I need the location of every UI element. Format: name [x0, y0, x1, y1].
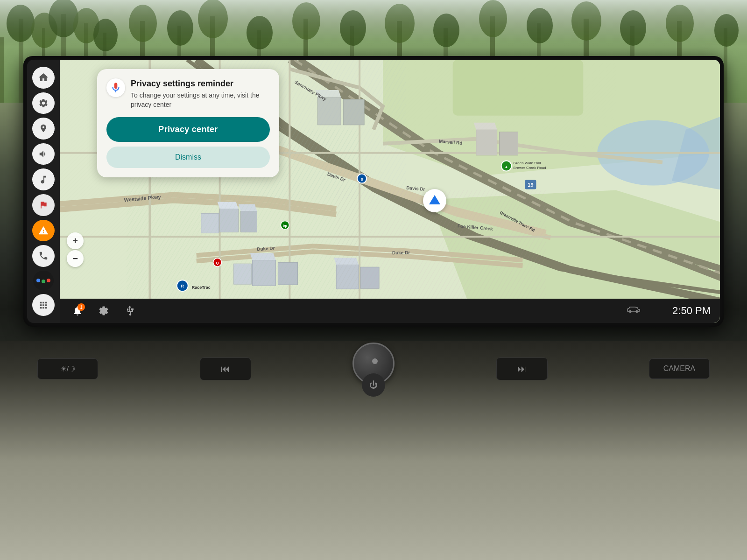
zoom-controls: + − — [67, 232, 84, 267]
notification-icon[interactable]: 1 — [69, 302, 86, 319]
brightness-button[interactable]: ☀/☽ — [37, 358, 98, 379]
svg-text:Duke Dr: Duke Dr — [257, 245, 275, 252]
svg-text:Duke Dr: Duke Dr — [392, 250, 410, 256]
svg-rect-69 — [383, 60, 616, 153]
sidebar-item-warning[interactable] — [32, 220, 55, 242]
sidebar-item-volume[interactable] — [32, 143, 55, 165]
svg-text:RaceTrac: RaceTrac — [192, 285, 211, 290]
bottom-panel: ☀/☽ ⏮ VOL ⏻ ⏭ CAMERA — [0, 341, 747, 560]
power-button[interactable]: ⏻ — [362, 373, 385, 397]
sidebar-item-music[interactable] — [32, 168, 55, 190]
zoom-in-button[interactable]: + — [67, 232, 84, 249]
svg-rect-39 — [0, 0, 747, 47]
svg-text:Q: Q — [216, 261, 219, 265]
map-area[interactable]: Westside Pkwy Davis Dr Davis Dr Duke Dr … — [60, 60, 720, 323]
camera-button[interactable]: CAMERA — [649, 358, 710, 379]
dismiss-button[interactable]: Dismiss — [106, 147, 270, 168]
time-display: 2:50 PM — [672, 305, 711, 317]
privacy-center-button[interactable]: Privacy center — [106, 117, 270, 142]
status-settings-icon[interactable] — [95, 302, 112, 319]
svg-rect-0 — [0, 37, 4, 103]
notification-badge: 1 — [78, 303, 85, 311]
power-section: ⏻ — [362, 373, 385, 397]
dialog-header: Privacy settings reminder To change your… — [106, 78, 270, 110]
status-usb-icon[interactable] — [121, 302, 138, 319]
sidebar-item-flag[interactable] — [32, 194, 55, 216]
sidebar-item-apps[interactable] — [32, 294, 55, 316]
ev-icon — [627, 305, 641, 317]
status-bar: 1 2:50 PM — [60, 299, 720, 323]
controls-row: ☀/☽ ⏮ VOL ⏻ ⏭ CAMERA — [37, 350, 710, 387]
mic-icon — [110, 82, 122, 94]
mic-icon-container — [106, 78, 125, 97]
dialog-text: Privacy settings reminder To change your… — [131, 78, 270, 110]
svg-text:R: R — [181, 284, 184, 288]
sidebar — [27, 60, 60, 323]
svg-text:Brewer Creek Road: Brewer Creek Road — [514, 166, 546, 170]
sidebar-item-phone[interactable] — [32, 245, 55, 267]
sidebar-item-home[interactable] — [32, 67, 55, 89]
svg-text:Green Walk Trail: Green Walk Trail — [514, 161, 541, 165]
svg-text:▲: ▲ — [505, 165, 508, 169]
dialog-description: To change your settings at any time, vis… — [131, 91, 270, 109]
sidebar-item-navigation[interactable] — [32, 118, 55, 140]
svg-text:S: S — [360, 177, 363, 182]
sidebar-item-assistant[interactable] — [33, 271, 54, 291]
privacy-dialog: Privacy settings reminder To change your… — [97, 69, 279, 177]
navigation-arrow — [423, 189, 446, 212]
svg-text:bp: bp — [283, 224, 287, 228]
sidebar-item-settings[interactable] — [32, 92, 55, 114]
infotainment-screen: Westside Pkwy Davis Dr Davis Dr Duke Dr … — [23, 56, 724, 327]
dialog-title: Privacy settings reminder — [131, 78, 270, 89]
svg-text:19: 19 — [528, 182, 533, 188]
prev-track-button[interactable]: ⏮ — [200, 357, 251, 380]
zoom-out-button[interactable]: − — [67, 250, 84, 267]
next-track-button[interactable]: ⏭ — [496, 357, 548, 380]
